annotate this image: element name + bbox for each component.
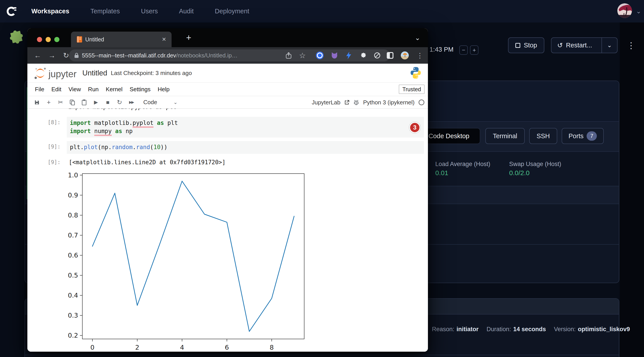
- bookmark-star-icon[interactable]: ☆: [297, 47, 308, 64]
- kernel-name[interactable]: Python 3 (ipykernel): [363, 99, 414, 106]
- url-address-bar[interactable]: 5555--main--test--matifali.atif.cdr.dev/…: [69, 50, 390, 62]
- restart-icon: ↺: [557, 42, 563, 49]
- nav-item-users[interactable]: Users: [141, 8, 158, 15]
- profile-avatar[interactable]: [400, 47, 410, 64]
- stop-button-label: Stop: [524, 42, 537, 49]
- scrolled-partial-cell: import matplotlib.pyplot as plt: [68, 108, 291, 111]
- code-cell-9[interactable]: plt.plot(np.random.rand(10)): [67, 141, 424, 154]
- nav-item-templates[interactable]: Templates: [90, 8, 120, 15]
- svg-text:1.0: 1.0: [68, 172, 78, 179]
- partial-code-line: import matplotlib.pyplot as plt: [68, 108, 291, 111]
- load-average-value: 0.01: [435, 169, 448, 177]
- cell-type-chevron-icon[interactable]: ⌄: [173, 100, 177, 105]
- build-reason: Reason: initiator: [432, 326, 479, 333]
- stop-workspace-button[interactable]: Stop: [508, 38, 544, 53]
- puzzle-piece-icon: [4, 27, 26, 50]
- extensions-puzzle-icon[interactable]: [358, 47, 368, 64]
- paste-cell-icon[interactable]: [81, 100, 87, 105]
- zoom-in-button[interactable]: +: [470, 46, 478, 55]
- restart-kernel-icon[interactable]: ↻: [116, 98, 122, 106]
- user-avatar[interactable]: [617, 3, 632, 18]
- ports-button[interactable]: Ports 7: [562, 128, 604, 144]
- kernel-status-icon: [418, 100, 424, 105]
- onepassword-extension-icon[interactable]: [314, 47, 325, 64]
- svg-text:8: 8: [270, 344, 274, 350]
- cell-type-select[interactable]: Code: [143, 99, 157, 106]
- ssh-button[interactable]: SSH: [529, 128, 557, 144]
- window-minimize-button[interactable]: [46, 37, 51, 42]
- svg-text:0: 0: [90, 344, 94, 350]
- terminal-button[interactable]: Terminal: [485, 128, 525, 144]
- jupyter-logo-icon: [34, 66, 47, 80]
- window-maximize-button[interactable]: [54, 37, 60, 42]
- svg-text:0.2: 0.2: [68, 332, 78, 339]
- nav-item-audit[interactable]: Audit: [179, 8, 194, 15]
- notebook-title[interactable]: Untitled: [82, 69, 107, 77]
- gauge-extension-icon[interactable]: [372, 47, 382, 64]
- menu-run[interactable]: Run: [88, 86, 99, 93]
- menu-file[interactable]: File: [35, 86, 44, 93]
- build-version: Version: optimistic_liskov9: [554, 326, 630, 333]
- forward-icon[interactable]: →: [47, 47, 57, 64]
- insert-cell-icon[interactable]: +: [46, 98, 52, 106]
- version-value: optimistic_liskov9: [578, 326, 630, 333]
- copy-cell-icon[interactable]: [70, 100, 75, 105]
- lock-icon: [74, 52, 79, 58]
- menu-kernel[interactable]: Kernel: [106, 86, 122, 93]
- run-all-icon[interactable]: ▶▶: [128, 100, 134, 104]
- bolt-extension-icon[interactable]: [343, 47, 354, 64]
- nav-item-deployment[interactable]: Deployment: [215, 8, 249, 15]
- output-prompt-9: [9]:: [38, 159, 60, 165]
- debugger-bug-icon[interactable]: [354, 100, 359, 105]
- tab-close-icon[interactable]: ✕: [162, 36, 166, 42]
- cut-cell-icon[interactable]: ✂: [58, 98, 64, 106]
- back-icon[interactable]: ←: [33, 47, 42, 64]
- avatar-tree-image: [617, 3, 632, 18]
- swap-usage-value: 0.0/2.0: [509, 169, 530, 177]
- jupyterlab-link[interactable]: JupyterLab: [312, 99, 340, 106]
- external-link-icon[interactable]: [344, 100, 349, 105]
- python-logo-icon: [410, 66, 421, 79]
- ports-count-badge: 7: [586, 131, 597, 141]
- svg-text:0.8: 0.8: [68, 212, 78, 219]
- run-cell-icon[interactable]: ▶: [93, 99, 99, 105]
- browser-tabstrip: Untitled ✕ + ⌄: [27, 28, 428, 47]
- browser-tab-untitled[interactable]: Untitled ✕: [71, 32, 172, 47]
- workspace-menu-kebab-icon[interactable]: ⋮: [626, 38, 636, 53]
- jupyter-header: jupyter Untitled Last Checkpoint: 3 minu…: [27, 64, 428, 82]
- restart-button-label: Restart...: [566, 42, 592, 49]
- code-cell-8[interactable]: import matplotlib.pyplot as plt import n…: [67, 117, 424, 138]
- tab-search-chevron-icon[interactable]: ⌄: [415, 28, 420, 47]
- share-icon[interactable]: [283, 47, 294, 64]
- interrupt-kernel-icon[interactable]: ■: [105, 99, 110, 106]
- matplotlib-figure: 0.20.30.40.50.60.70.80.91.002468: [67, 172, 312, 350]
- duration-label: Duration:: [487, 326, 511, 333]
- tab-title: Untitled: [85, 36, 162, 43]
- jupyter-toolbar: + ✂ ▶ ■ ↻ ▶▶ Code ⌄ JupyterLab Python 3 …: [27, 96, 428, 108]
- darkreader-extension-icon[interactable]: [385, 47, 396, 64]
- menu-settings[interactable]: Settings: [130, 86, 150, 93]
- menu-edit[interactable]: Edit: [52, 86, 62, 93]
- new-tab-button[interactable]: +: [183, 28, 194, 47]
- avatar-chevron-down-icon[interactable]: ⌄: [636, 8, 641, 15]
- browser-menu-kebab-icon[interactable]: ⋮: [414, 47, 425, 64]
- top-navbar: Workspaces Templates Users Audit Deploym…: [0, 0, 644, 22]
- load-average-label: Load Average (Host): [435, 161, 490, 168]
- restart-workspace-button[interactable]: ↺ Restart... ⌄: [551, 38, 618, 53]
- notification-badge: 3: [409, 122, 420, 133]
- zoom-out-button[interactable]: −: [459, 46, 468, 55]
- swap-usage-label: Swap Usage (Host): [509, 161, 561, 168]
- trusted-button[interactable]: Trusted: [399, 84, 424, 94]
- menu-help[interactable]: Help: [158, 86, 169, 93]
- cat-extension-icon[interactable]: [329, 47, 340, 64]
- window-close-button[interactable]: [37, 37, 42, 42]
- menu-view[interactable]: View: [68, 86, 81, 93]
- nav-item-workspaces[interactable]: Workspaces: [32, 8, 69, 15]
- ports-label: Ports: [568, 132, 584, 140]
- browser-window: Untitled ✕ + ⌄ ← → ↻ 5555--main--test--m…: [27, 28, 428, 352]
- restart-dropdown-chevron[interactable]: ⌄: [602, 38, 617, 53]
- build-duration: Duration: 14 seconds: [487, 326, 546, 333]
- coder-logo-icon: [5, 5, 17, 17]
- save-icon[interactable]: [34, 100, 40, 105]
- restart-button-main[interactable]: ↺ Restart...: [552, 38, 598, 53]
